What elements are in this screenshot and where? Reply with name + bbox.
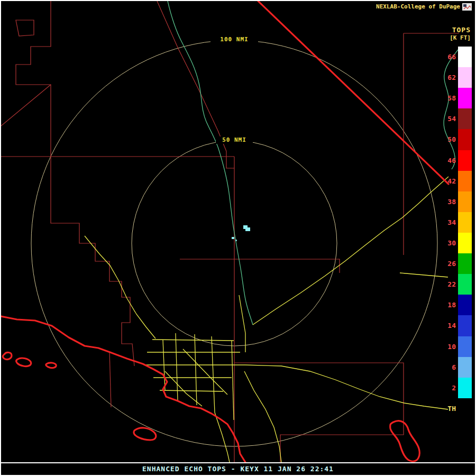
rivers <box>168 1 458 325</box>
radar-map-image <box>1 1 475 462</box>
colorbar-seg-6 <box>458 357 472 378</box>
radar-screen: 100 NMI 50 NMI NEXLAB-College of DuPage … <box>0 0 476 476</box>
colorbar-label-10: 10 <box>438 336 456 357</box>
legend-title: TOPS <box>452 26 471 34</box>
colorbar-seg-26 <box>458 253 472 274</box>
colorbar-label-TH: TH <box>438 398 456 419</box>
colorbar-label-50: 50 <box>438 129 456 150</box>
highways <box>85 177 448 462</box>
colorbar-label-26: 26 <box>438 253 456 274</box>
colorbar-labels: 66625854504642383430262218141062TH <box>438 47 456 419</box>
colorbar-label-30: 30 <box>438 233 456 253</box>
colorbar-seg-58 <box>458 88 472 108</box>
colorbar-label-14: 14 <box>438 315 456 336</box>
colorbar-seg-14 <box>458 315 472 336</box>
colorbar-seg-22 <box>458 274 472 295</box>
range-ring-label-50: 50 NMI <box>216 136 253 144</box>
map-area[interactable]: 100 NMI 50 NMI NEXLAB-College of DuPage … <box>1 1 475 462</box>
colorbar-seg-42 <box>458 171 472 191</box>
colorbar-seg-18 <box>458 295 472 315</box>
colorbar-label-46: 46 <box>438 150 456 171</box>
product-caption: ENHANCED ECHO TOPS - KEYX 11 JAN 26 22:4… <box>142 465 334 473</box>
colorbar-label-58: 58 <box>438 88 456 108</box>
range-ring-label-100: 100 NMI <box>210 36 258 43</box>
colorbar <box>458 47 472 419</box>
caption-bar: ENHANCED ECHO TOPS - KEYX 11 JAN 26 22:4… <box>1 463 475 474</box>
colorbar-seg-10 <box>458 336 472 357</box>
colorbar-seg-30 <box>458 233 472 253</box>
colorbar-seg-46 <box>458 150 472 171</box>
colorbar-label-62: 62 <box>438 67 456 88</box>
state-borders-coastline <box>1 1 448 462</box>
colorbar-label-42: 42 <box>438 171 456 191</box>
colorbar-seg-66 <box>458 47 472 67</box>
county-boundaries <box>1 1 459 462</box>
nexlab-logo-icon <box>462 3 472 11</box>
colorbar-seg-62 <box>458 67 472 88</box>
colorbar-seg-54 <box>458 108 472 129</box>
colorbar-label-18: 18 <box>438 295 456 315</box>
colorbar-label-34: 34 <box>438 212 456 233</box>
colorbar-label-38: 38 <box>438 191 456 212</box>
colorbar-label-6: 6 <box>438 357 456 378</box>
colorbar-seg-50 <box>458 129 472 150</box>
colorbar-label-54: 54 <box>438 108 456 129</box>
colorbar-seg-2 <box>458 378 472 398</box>
colorbar-label-22: 22 <box>438 274 456 295</box>
colorbar-seg-TH <box>458 398 472 419</box>
brand-text: NEXLAB-College of DuPage <box>376 3 460 10</box>
colorbar-label-66: 66 <box>438 47 456 67</box>
colorbar-seg-34 <box>458 212 472 233</box>
colorbar-seg-38 <box>458 191 472 212</box>
colorbar-label-2: 2 <box>438 378 456 398</box>
legend-units: [K FT] <box>450 34 471 41</box>
